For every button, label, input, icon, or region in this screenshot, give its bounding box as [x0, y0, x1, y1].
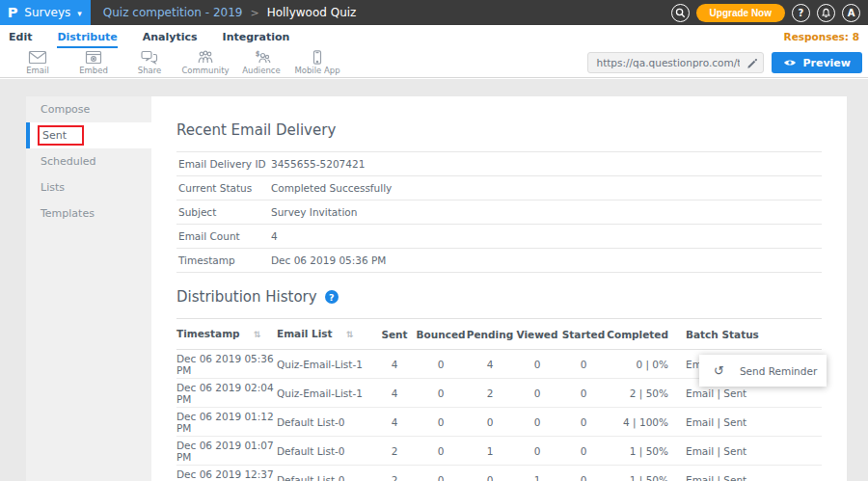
- svg-text:$: $: [256, 50, 259, 58]
- sidebar-item-sent[interactable]: Sent: [26, 122, 151, 148]
- surveys-menu[interactable]: P Surveys ▾: [0, 0, 91, 25]
- tab-analytics[interactable]: Analytics: [143, 25, 198, 48]
- recent-delivery-title: Recent Email Delivery: [176, 121, 822, 139]
- embed-icon: [83, 50, 104, 65]
- table-row: Dec 06 2019 01:12 PM Default List-0 4 0 …: [176, 408, 822, 437]
- channel-community[interactable]: Community: [177, 50, 233, 75]
- channel-label: Share: [138, 66, 162, 75]
- distribution-history-title-text: Distribution History: [176, 288, 317, 306]
- tab-integration[interactable]: Integration: [223, 25, 290, 48]
- questionpro-logo-icon: P: [8, 5, 18, 20]
- breadcrumb-current: Hollywood Quiz: [267, 6, 357, 19]
- menu-item-send-reminder[interactable]: Send Reminder: [740, 365, 817, 377]
- cell-pending: 4: [466, 350, 514, 379]
- cell-sent: 4: [373, 379, 416, 408]
- detail-label: Timestamp: [176, 249, 269, 273]
- upgrade-now-button[interactable]: Upgrade Now: [696, 4, 785, 22]
- table-row: Dec 06 2019 12:37 PM Default List-0 2 0 …: [176, 466, 822, 481]
- sent-sidebar: Compose Sent Scheduled Lists Templates: [26, 96, 151, 481]
- channel-embed[interactable]: Embed: [66, 50, 122, 75]
- col-bounced: Bounced: [416, 319, 466, 350]
- cell-email-list: Default List-0: [277, 466, 373, 481]
- sidebar-item-lists[interactable]: Lists: [26, 174, 151, 200]
- cell-sent: 2: [373, 437, 416, 466]
- cell-started: 0: [560, 437, 607, 466]
- recent-delivery-table: Email Delivery ID 3455655-5207421 Curren…: [176, 151, 822, 273]
- channel-mobile-app[interactable]: Mobile App: [289, 50, 345, 75]
- cell-completed: 1 | 50%: [607, 466, 668, 481]
- cell-actions: [787, 466, 822, 481]
- chevron-down-icon: ▾: [77, 9, 82, 18]
- distribution-history-help-icon[interactable]: ?: [325, 290, 339, 304]
- preview-button[interactable]: Preview: [772, 52, 862, 73]
- channel-email[interactable]: Email: [10, 50, 66, 75]
- survey-url-box: [587, 52, 764, 73]
- col-viewed: Viewed: [514, 319, 560, 350]
- cell-pending: 1: [466, 437, 514, 466]
- cell-completed: 0 | 0%: [607, 350, 668, 379]
- cell-email-list: Default List-0: [277, 408, 373, 437]
- eye-icon: [783, 58, 797, 67]
- distribute-toolbar: Email Embed Share: [0, 48, 868, 78]
- cell-timestamp: Dec 06 2019 02:04 PM: [176, 379, 277, 408]
- col-pending: Pending: [466, 319, 514, 350]
- cell-batch-status: Email | Sent: [668, 466, 787, 481]
- audience-icon: $: [251, 50, 272, 65]
- sidebar-item-compose[interactable]: Compose: [26, 96, 151, 122]
- cell-pending: 2: [466, 379, 514, 408]
- col-timestamp: Timestamp⇅: [176, 319, 277, 350]
- cell-bounced: 0: [416, 437, 466, 466]
- cell-bounced: 0: [416, 350, 466, 379]
- cell-completed: 4 | 100%: [607, 408, 668, 437]
- cell-sent: 4: [373, 408, 416, 437]
- avatar[interactable]: A: [842, 4, 860, 22]
- responses-count-link[interactable]: Responses: 8: [784, 31, 859, 42]
- detail-value: 3455655-5207421: [269, 152, 822, 176]
- cell-viewed: 0: [514, 408, 560, 437]
- detail-label: Current Status: [176, 176, 269, 200]
- table-row: Timestamp Dec 06 2019 05:36 PM: [176, 249, 822, 273]
- send-reminder-icon: ↺: [714, 363, 724, 378]
- channel-share[interactable]: Share: [122, 50, 177, 75]
- preview-button-label: Preview: [802, 57, 851, 69]
- cell-actions: [787, 408, 822, 437]
- cell-started: 0: [560, 350, 607, 379]
- channel-label: Email: [26, 66, 49, 75]
- app-window: P Surveys ▾ Quiz competition - 2019 > Ho…: [0, 0, 868, 481]
- cell-completed: 1 | 50%: [607, 437, 668, 466]
- cell-pending: 0: [466, 408, 514, 437]
- col-label: Email List: [277, 328, 333, 339]
- sidebar-item-label: Sent: [42, 129, 67, 142]
- sidebar-item-scheduled[interactable]: Scheduled: [26, 148, 151, 174]
- sidebar-item-templates[interactable]: Templates: [26, 200, 151, 227]
- breadcrumb-separator-icon: >: [250, 7, 258, 19]
- cell-started: 0: [560, 379, 607, 408]
- notifications-button[interactable]: [817, 4, 835, 22]
- search-button[interactable]: [671, 4, 690, 22]
- channel-audience[interactable]: $ Audience: [233, 50, 289, 75]
- detail-value: Dec 06 2019 05:36 PM: [269, 249, 822, 273]
- cell-batch-status: Email | Sent: [668, 437, 787, 466]
- cell-viewed: 0: [514, 379, 560, 408]
- detail-label: Email Delivery ID: [176, 152, 269, 176]
- sort-icon[interactable]: ⇅: [346, 330, 354, 339]
- table-row: Email Delivery ID 3455655-5207421: [176, 152, 822, 176]
- detail-label: Subject: [176, 200, 269, 225]
- cell-bounced: 0: [416, 379, 466, 408]
- channel-label: Embed: [79, 66, 108, 75]
- tab-distribute[interactable]: Distribute: [57, 25, 117, 48]
- help-button[interactable]: ?: [792, 4, 810, 22]
- tab-edit[interactable]: Edit: [9, 25, 32, 48]
- sort-icon[interactable]: ⇅: [254, 330, 261, 339]
- survey-url-input[interactable]: [587, 52, 764, 73]
- toolbar-right: Preview: [587, 52, 868, 73]
- cell-sent: 2: [373, 466, 416, 481]
- cell-bounced: 0: [416, 466, 466, 481]
- col-started: Started: [560, 319, 607, 350]
- bell-icon: [821, 8, 831, 18]
- cell-timestamp: Dec 06 2019 01:07 PM: [176, 437, 277, 466]
- edit-url-button[interactable]: [746, 56, 758, 74]
- table-header-row: Timestamp⇅ Email List⇅ Sent Bounced Pend…: [176, 319, 822, 350]
- breadcrumb-parent-link[interactable]: Quiz competition - 2019: [103, 6, 243, 19]
- table-row: Subject Survey Invitation: [176, 200, 822, 225]
